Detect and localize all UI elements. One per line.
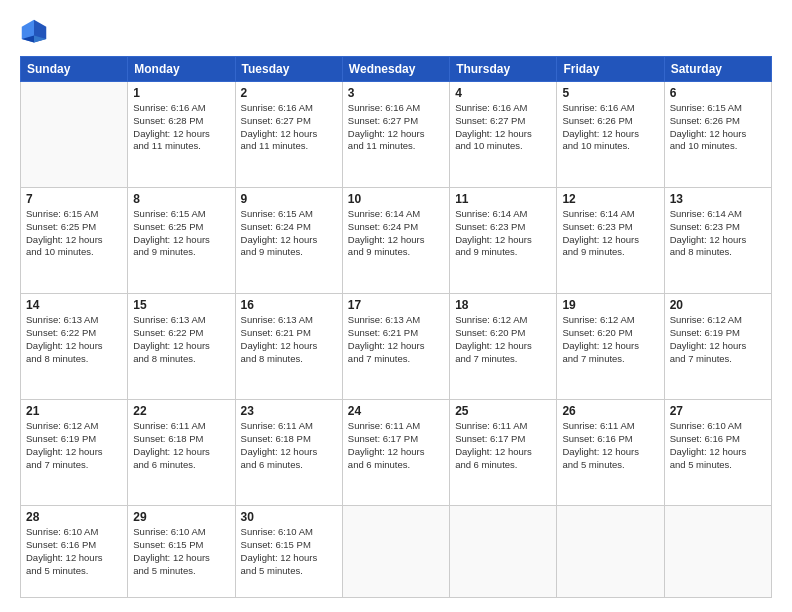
calendar-cell: 22Sunrise: 6:11 AM Sunset: 6:18 PM Dayli… (128, 400, 235, 506)
calendar-day-header: Tuesday (235, 57, 342, 82)
calendar-cell: 29Sunrise: 6:10 AM Sunset: 6:15 PM Dayli… (128, 506, 235, 598)
day-number: 9 (241, 192, 337, 206)
cell-info: Sunrise: 6:16 AM Sunset: 6:27 PM Dayligh… (455, 102, 551, 153)
cell-info: Sunrise: 6:13 AM Sunset: 6:21 PM Dayligh… (241, 314, 337, 365)
cell-info: Sunrise: 6:12 AM Sunset: 6:19 PM Dayligh… (26, 420, 122, 471)
calendar-week-row: 28Sunrise: 6:10 AM Sunset: 6:16 PM Dayli… (21, 506, 772, 598)
calendar-cell (664, 506, 771, 598)
day-number: 4 (455, 86, 551, 100)
logo (20, 18, 52, 46)
cell-info: Sunrise: 6:16 AM Sunset: 6:27 PM Dayligh… (241, 102, 337, 153)
day-number: 13 (670, 192, 766, 206)
calendar-cell: 24Sunrise: 6:11 AM Sunset: 6:17 PM Dayli… (342, 400, 449, 506)
calendar-cell: 21Sunrise: 6:12 AM Sunset: 6:19 PM Dayli… (21, 400, 128, 506)
calendar-cell: 30Sunrise: 6:10 AM Sunset: 6:15 PM Dayli… (235, 506, 342, 598)
cell-info: Sunrise: 6:10 AM Sunset: 6:15 PM Dayligh… (241, 526, 337, 577)
calendar-cell: 17Sunrise: 6:13 AM Sunset: 6:21 PM Dayli… (342, 294, 449, 400)
calendar-cell: 28Sunrise: 6:10 AM Sunset: 6:16 PM Dayli… (21, 506, 128, 598)
cell-info: Sunrise: 6:15 AM Sunset: 6:25 PM Dayligh… (26, 208, 122, 259)
day-number: 3 (348, 86, 444, 100)
calendar-day-header: Sunday (21, 57, 128, 82)
calendar-day-header: Friday (557, 57, 664, 82)
calendar-cell: 19Sunrise: 6:12 AM Sunset: 6:20 PM Dayli… (557, 294, 664, 400)
day-number: 11 (455, 192, 551, 206)
calendar-cell: 9Sunrise: 6:15 AM Sunset: 6:24 PM Daylig… (235, 188, 342, 294)
day-number: 23 (241, 404, 337, 418)
cell-info: Sunrise: 6:14 AM Sunset: 6:23 PM Dayligh… (455, 208, 551, 259)
cell-info: Sunrise: 6:12 AM Sunset: 6:19 PM Dayligh… (670, 314, 766, 365)
day-number: 25 (455, 404, 551, 418)
day-number: 19 (562, 298, 658, 312)
day-number: 5 (562, 86, 658, 100)
day-number: 21 (26, 404, 122, 418)
cell-info: Sunrise: 6:15 AM Sunset: 6:25 PM Dayligh… (133, 208, 229, 259)
cell-info: Sunrise: 6:11 AM Sunset: 6:18 PM Dayligh… (133, 420, 229, 471)
day-number: 10 (348, 192, 444, 206)
calendar-cell (342, 506, 449, 598)
calendar-cell: 1Sunrise: 6:16 AM Sunset: 6:28 PM Daylig… (128, 82, 235, 188)
calendar-week-row: 7Sunrise: 6:15 AM Sunset: 6:25 PM Daylig… (21, 188, 772, 294)
calendar-week-row: 21Sunrise: 6:12 AM Sunset: 6:19 PM Dayli… (21, 400, 772, 506)
calendar-cell: 10Sunrise: 6:14 AM Sunset: 6:24 PM Dayli… (342, 188, 449, 294)
header (20, 18, 772, 46)
calendar-cell: 6Sunrise: 6:15 AM Sunset: 6:26 PM Daylig… (664, 82, 771, 188)
calendar-cell (21, 82, 128, 188)
day-number: 15 (133, 298, 229, 312)
cell-info: Sunrise: 6:11 AM Sunset: 6:17 PM Dayligh… (348, 420, 444, 471)
calendar-cell: 18Sunrise: 6:12 AM Sunset: 6:20 PM Dayli… (450, 294, 557, 400)
cell-info: Sunrise: 6:11 AM Sunset: 6:17 PM Dayligh… (455, 420, 551, 471)
cell-info: Sunrise: 6:15 AM Sunset: 6:24 PM Dayligh… (241, 208, 337, 259)
calendar-cell (557, 506, 664, 598)
calendar-day-header: Wednesday (342, 57, 449, 82)
day-number: 12 (562, 192, 658, 206)
calendar-cell: 15Sunrise: 6:13 AM Sunset: 6:22 PM Dayli… (128, 294, 235, 400)
calendar-cell: 11Sunrise: 6:14 AM Sunset: 6:23 PM Dayli… (450, 188, 557, 294)
calendar-cell: 4Sunrise: 6:16 AM Sunset: 6:27 PM Daylig… (450, 82, 557, 188)
calendar-week-row: 14Sunrise: 6:13 AM Sunset: 6:22 PM Dayli… (21, 294, 772, 400)
cell-info: Sunrise: 6:11 AM Sunset: 6:16 PM Dayligh… (562, 420, 658, 471)
cell-info: Sunrise: 6:14 AM Sunset: 6:23 PM Dayligh… (562, 208, 658, 259)
cell-info: Sunrise: 6:15 AM Sunset: 6:26 PM Dayligh… (670, 102, 766, 153)
cell-info: Sunrise: 6:14 AM Sunset: 6:23 PM Dayligh… (670, 208, 766, 259)
cell-info: Sunrise: 6:13 AM Sunset: 6:22 PM Dayligh… (26, 314, 122, 365)
cell-info: Sunrise: 6:13 AM Sunset: 6:21 PM Dayligh… (348, 314, 444, 365)
day-number: 2 (241, 86, 337, 100)
calendar-cell (450, 506, 557, 598)
cell-info: Sunrise: 6:12 AM Sunset: 6:20 PM Dayligh… (562, 314, 658, 365)
calendar-day-header: Monday (128, 57, 235, 82)
calendar-cell: 8Sunrise: 6:15 AM Sunset: 6:25 PM Daylig… (128, 188, 235, 294)
day-number: 18 (455, 298, 551, 312)
calendar-cell: 5Sunrise: 6:16 AM Sunset: 6:26 PM Daylig… (557, 82, 664, 188)
day-number: 17 (348, 298, 444, 312)
calendar-cell: 16Sunrise: 6:13 AM Sunset: 6:21 PM Dayli… (235, 294, 342, 400)
cell-info: Sunrise: 6:10 AM Sunset: 6:15 PM Dayligh… (133, 526, 229, 577)
day-number: 16 (241, 298, 337, 312)
calendar-cell: 7Sunrise: 6:15 AM Sunset: 6:25 PM Daylig… (21, 188, 128, 294)
day-number: 26 (562, 404, 658, 418)
day-number: 1 (133, 86, 229, 100)
day-number: 29 (133, 510, 229, 524)
calendar-cell: 2Sunrise: 6:16 AM Sunset: 6:27 PM Daylig… (235, 82, 342, 188)
cell-info: Sunrise: 6:16 AM Sunset: 6:27 PM Dayligh… (348, 102, 444, 153)
day-number: 22 (133, 404, 229, 418)
calendar-table: SundayMondayTuesdayWednesdayThursdayFrid… (20, 56, 772, 598)
cell-info: Sunrise: 6:16 AM Sunset: 6:26 PM Dayligh… (562, 102, 658, 153)
calendar-cell: 14Sunrise: 6:13 AM Sunset: 6:22 PM Dayli… (21, 294, 128, 400)
calendar-header-row: SundayMondayTuesdayWednesdayThursdayFrid… (21, 57, 772, 82)
day-number: 6 (670, 86, 766, 100)
cell-info: Sunrise: 6:10 AM Sunset: 6:16 PM Dayligh… (26, 526, 122, 577)
day-number: 27 (670, 404, 766, 418)
day-number: 14 (26, 298, 122, 312)
calendar-day-header: Thursday (450, 57, 557, 82)
cell-info: Sunrise: 6:10 AM Sunset: 6:16 PM Dayligh… (670, 420, 766, 471)
day-number: 20 (670, 298, 766, 312)
calendar-week-row: 1Sunrise: 6:16 AM Sunset: 6:28 PM Daylig… (21, 82, 772, 188)
calendar-cell: 13Sunrise: 6:14 AM Sunset: 6:23 PM Dayli… (664, 188, 771, 294)
day-number: 28 (26, 510, 122, 524)
calendar-cell: 20Sunrise: 6:12 AM Sunset: 6:19 PM Dayli… (664, 294, 771, 400)
cell-info: Sunrise: 6:16 AM Sunset: 6:28 PM Dayligh… (133, 102, 229, 153)
calendar-cell: 23Sunrise: 6:11 AM Sunset: 6:18 PM Dayli… (235, 400, 342, 506)
cell-info: Sunrise: 6:14 AM Sunset: 6:24 PM Dayligh… (348, 208, 444, 259)
logo-icon (20, 18, 48, 46)
calendar-cell: 26Sunrise: 6:11 AM Sunset: 6:16 PM Dayli… (557, 400, 664, 506)
